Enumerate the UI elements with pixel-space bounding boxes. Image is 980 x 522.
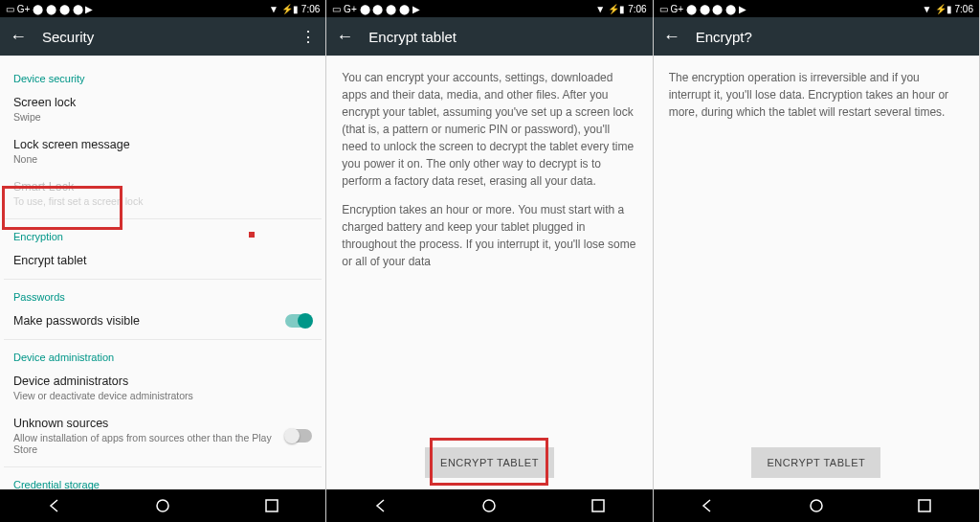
settings-list[interactable]: Device security Screen lock Swipe Lock s… bbox=[0, 56, 325, 489]
svg-point-2 bbox=[483, 500, 495, 511]
para-2: Encryption takes an hour or more. You mu… bbox=[342, 201, 636, 270]
button-bar: ENCRYPT TABLET bbox=[654, 436, 979, 489]
page-title: Encrypt tablet bbox=[368, 29, 642, 45]
button-bar: ENCRYPT TABLET bbox=[326, 436, 652, 489]
wifi-icon: ▼ bbox=[595, 4, 605, 14]
appbar: ← Encrypt? bbox=[654, 17, 979, 56]
status-right: ▼⚡▮7:06 bbox=[269, 4, 320, 14]
section-device-admin: Device administration bbox=[4, 344, 322, 367]
page-title: Encrypt? bbox=[696, 29, 969, 45]
divider bbox=[4, 339, 322, 340]
para-1: You can encrypt your accounts, settings,… bbox=[342, 69, 636, 190]
appbar: ← Encrypt tablet bbox=[326, 17, 652, 56]
back-icon[interactable]: ← bbox=[336, 27, 353, 47]
battery-icon: ⚡▮ bbox=[935, 4, 952, 14]
red-dot bbox=[249, 232, 255, 238]
section-encryption: Encryption bbox=[4, 223, 322, 246]
svg-point-4 bbox=[811, 500, 822, 511]
nav-recents-icon[interactable] bbox=[590, 497, 607, 514]
item-smart-lock: Smart Lock To use, first set a screen lo… bbox=[4, 172, 322, 215]
clock: 7:06 bbox=[301, 4, 320, 14]
panel-encrypt-confirm: ▭ G+ ⬤ ⬤ ⬤ ⬤ ▶ ▼⚡▮7:06 ← Encrypt? The en… bbox=[654, 0, 980, 522]
status-bar: ▭ G+ ⬤ ⬤ ⬤ ⬤ ▶ ▼⚡▮7:06 bbox=[654, 0, 979, 17]
nav-bar bbox=[0, 489, 325, 522]
encrypt-tablet-button[interactable]: ENCRYPT TABLET bbox=[751, 447, 880, 478]
page-title: Security bbox=[42, 29, 285, 45]
item-encrypt-tablet[interactable]: Encrypt tablet bbox=[4, 246, 322, 275]
status-bar: ▭ G+ ⬤ ⬤ ⬤ ⬤ ▶ ▼⚡▮7:06 bbox=[0, 0, 325, 17]
nav-back-icon[interactable] bbox=[372, 497, 390, 514]
item-screen-lock[interactable]: Screen lock Swipe bbox=[4, 88, 322, 130]
item-unknown-sources[interactable]: Unknown sources Allow installation of ap… bbox=[4, 409, 322, 463]
battery-icon: ⚡▮ bbox=[608, 4, 625, 14]
appbar: ← Security ⋮ bbox=[0, 17, 325, 56]
nav-home-icon[interactable] bbox=[480, 497, 498, 514]
clock: 7:06 bbox=[955, 4, 973, 14]
status-right: ▼⚡▮7:06 bbox=[595, 4, 646, 14]
status-left-icons: ▭ G+ ⬤ ⬤ ⬤ ⬤ ▶ bbox=[659, 4, 746, 14]
svg-rect-1 bbox=[266, 500, 278, 511]
panel-encrypt-tablet: ▭ G+ ⬤ ⬤ ⬤ ⬤ ▶ ▼⚡▮7:06 ← Encrypt tablet … bbox=[326, 0, 653, 522]
nav-recents-icon[interactable] bbox=[263, 497, 280, 514]
section-credential-storage: Credential storage bbox=[4, 471, 322, 489]
nav-bar bbox=[326, 489, 652, 522]
section-passwords: Passwords bbox=[4, 284, 322, 306]
toggle-passwords-visible[interactable] bbox=[285, 314, 312, 328]
toggle-unknown-sources[interactable] bbox=[285, 429, 312, 443]
divider bbox=[4, 218, 322, 219]
item-lock-screen-message[interactable]: Lock screen message None bbox=[4, 130, 322, 172]
nav-recents-icon[interactable] bbox=[916, 497, 933, 514]
svg-rect-3 bbox=[592, 500, 604, 511]
wifi-icon: ▼ bbox=[923, 4, 932, 14]
nav-back-icon[interactable] bbox=[46, 497, 63, 514]
description: You can encrypt your accounts, settings,… bbox=[326, 56, 652, 436]
divider bbox=[4, 466, 322, 467]
divider bbox=[4, 279, 322, 280]
back-icon[interactable]: ← bbox=[663, 27, 680, 47]
overflow-menu-icon[interactable]: ⋮ bbox=[301, 28, 316, 46]
description: The encryption operation is irreversible… bbox=[654, 56, 979, 436]
nav-bar bbox=[654, 489, 979, 522]
section-device-security: Device security bbox=[4, 65, 322, 88]
clock: 7:06 bbox=[628, 4, 646, 14]
wifi-icon: ▼ bbox=[269, 4, 278, 14]
status-bar: ▭ G+ ⬤ ⬤ ⬤ ⬤ ▶ ▼⚡▮7:06 bbox=[326, 0, 652, 17]
nav-home-icon[interactable] bbox=[154, 497, 171, 514]
status-left-icons: ▭ G+ ⬤ ⬤ ⬤ ⬤ ▶ bbox=[332, 4, 419, 14]
back-icon[interactable]: ← bbox=[10, 27, 27, 47]
item-passwords-visible[interactable]: Make passwords visible bbox=[4, 306, 322, 335]
svg-rect-5 bbox=[919, 500, 930, 511]
para-1: The encryption operation is irreversible… bbox=[669, 69, 964, 121]
battery-icon: ⚡▮ bbox=[281, 4, 299, 14]
item-device-administrators[interactable]: Device administrators View or deactivate… bbox=[4, 367, 322, 409]
status-left-icons: ▭ G+ ⬤ ⬤ ⬤ ⬤ ▶ bbox=[6, 4, 93, 14]
svg-point-0 bbox=[157, 500, 168, 511]
status-right: ▼⚡▮7:06 bbox=[923, 4, 973, 14]
nav-back-icon[interactable] bbox=[699, 497, 716, 514]
nav-home-icon[interactable] bbox=[808, 497, 825, 514]
panel-security: ▭ G+ ⬤ ⬤ ⬤ ⬤ ▶ ▼⚡▮7:06 ← Security ⋮ Devi… bbox=[0, 0, 326, 522]
encrypt-tablet-button[interactable]: ENCRYPT TABLET bbox=[425, 447, 554, 478]
